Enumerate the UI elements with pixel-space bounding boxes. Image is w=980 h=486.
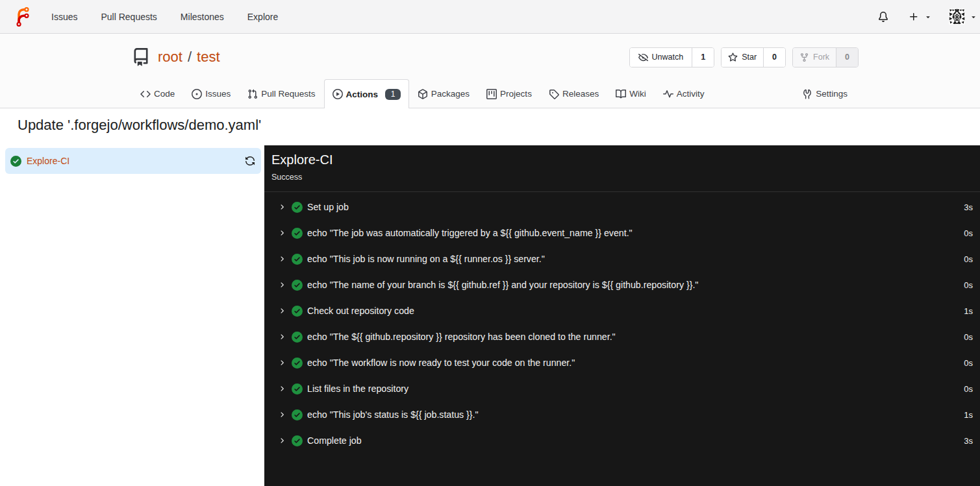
step-name: echo "The name of your branch is ${{ git… — [307, 280, 698, 290]
repo-header: root / test Unwatch 1 Star 0 — [124, 43, 856, 71]
job-log-header: Explore-CI Success — [264, 145, 980, 192]
unwatch-button[interactable]: Unwatch — [630, 48, 692, 67]
fork-icon — [799, 53, 809, 62]
tab-packages[interactable]: Packages — [409, 79, 478, 108]
repo-title: root / test — [158, 49, 220, 66]
run-body: Explore-CI Explore-CI Success Set up job… — [0, 145, 980, 486]
create-new-button[interactable] — [899, 6, 941, 27]
nav-milestones[interactable]: Milestones — [169, 6, 236, 27]
step-name: echo "The workflow is now ready to test … — [307, 358, 575, 368]
tab-issues-label: Issues — [205, 89, 231, 99]
run-title: Update '.forgejo/workflows/demo.yaml' — [0, 108, 980, 134]
notifications-button[interactable] — [869, 6, 898, 27]
step-duration: 0s — [964, 358, 973, 368]
book-icon — [616, 89, 627, 99]
repo-icon — [132, 48, 150, 66]
job-step-row[interactable]: echo "The ${{ github.repository }} repos… — [264, 324, 980, 350]
fork-button[interactable]: Fork — [793, 48, 836, 67]
repo-header-wrapper: root / test Unwatch 1 Star 0 — [0, 34, 980, 108]
tab-projects[interactable]: Projects — [478, 79, 540, 108]
tab-releases-label: Releases — [562, 89, 599, 99]
forgejo-logo[interactable] — [13, 7, 32, 27]
pulse-icon — [663, 89, 674, 99]
rerun-icon[interactable] — [245, 156, 255, 166]
chevron-right-icon — [278, 281, 286, 289]
nav-explore[interactable]: Explore — [236, 6, 290, 27]
forks-count[interactable]: 0 — [836, 48, 858, 67]
chevron-right-icon — [278, 437, 286, 444]
step-name: List files in the repository — [307, 383, 408, 394]
tab-code-label: Code — [154, 89, 175, 99]
step-success-icon — [292, 409, 303, 420]
step-duration: 0s — [964, 280, 973, 290]
job-steps-list: Set up job 3s echo "The job was automati… — [264, 192, 980, 454]
actions-run-page: Update '.forgejo/workflows/demo.yaml' Ex… — [0, 108, 980, 486]
tab-wiki-label: Wiki — [629, 89, 646, 99]
repo-name-link[interactable]: test — [197, 49, 220, 66]
chevron-right-icon — [278, 359, 286, 367]
tab-code[interactable]: Code — [132, 79, 183, 108]
step-success-icon — [292, 254, 303, 265]
tab-pull-requests[interactable]: Pull Requests — [239, 79, 323, 108]
nav-issues[interactable]: Issues — [40, 6, 89, 27]
step-success-icon — [292, 280, 303, 291]
step-success-icon — [292, 358, 303, 369]
step-success-icon — [292, 202, 303, 213]
fork-label: Fork — [813, 53, 829, 62]
job-status-text: Success — [271, 172, 970, 182]
job-step-row[interactable]: echo "This job is now running on a ${{ r… — [264, 246, 980, 272]
tab-releases[interactable]: Releases — [540, 79, 607, 108]
step-duration: 0s — [964, 228, 973, 238]
play-icon — [333, 89, 344, 99]
stars-count[interactable]: 0 — [763, 48, 785, 67]
job-step-row[interactable]: List files in the repository 0s — [264, 376, 980, 402]
job-item-explore-ci[interactable]: Explore-CI — [5, 148, 261, 174]
job-step-row[interactable]: Complete job 3s — [264, 428, 980, 454]
step-name: Complete job — [307, 435, 362, 446]
check-circle-icon — [10, 156, 21, 167]
tab-actions-label: Actions — [346, 90, 379, 99]
job-log-panel: Explore-CI Success Set up job 3s echo "T… — [264, 145, 980, 486]
step-duration: 1s — [964, 410, 973, 420]
step-duration: 1s — [964, 306, 973, 316]
step-success-icon — [292, 306, 303, 317]
watch-button-group: Unwatch 1 — [629, 47, 715, 67]
tab-activity-label: Activity — [677, 89, 705, 99]
fork-button-group: Fork 0 — [792, 47, 859, 67]
tab-actions[interactable]: Actions 1 — [324, 79, 409, 108]
nav-pull-requests[interactable]: Pull Requests — [89, 6, 168, 27]
step-duration: 0s — [964, 332, 973, 342]
star-label: Star — [742, 53, 757, 62]
jobs-sidebar: Explore-CI — [0, 145, 264, 486]
step-success-icon — [292, 435, 303, 446]
step-name: echo "The job was automatically triggere… — [307, 228, 633, 238]
star-button[interactable]: Star — [722, 48, 763, 67]
code-icon — [140, 89, 151, 99]
watchers-count[interactable]: 1 — [692, 48, 714, 67]
job-step-row[interactable]: echo "The job was automatically triggere… — [264, 220, 980, 246]
package-icon — [418, 89, 429, 99]
job-step-row[interactable]: Check out repository code 1s — [264, 298, 980, 324]
tab-issues[interactable]: Issues — [183, 79, 239, 108]
tools-icon — [802, 89, 813, 99]
job-step-row[interactable]: echo "The workflow is now ready to test … — [264, 350, 980, 376]
tab-activity[interactable]: Activity — [655, 79, 713, 108]
step-name: echo "This job is now running on a ${{ r… — [307, 254, 545, 264]
tab-settings[interactable]: Settings — [794, 79, 856, 108]
job-step-row[interactable]: Set up job 3s — [264, 194, 980, 220]
user-menu-button[interactable] — [941, 3, 980, 30]
tab-wiki[interactable]: Wiki — [607, 79, 655, 108]
repo-owner-link[interactable]: root — [158, 49, 182, 66]
repo-title-separator: / — [188, 49, 192, 66]
job-step-row[interactable]: echo "This job's status is ${{ job.statu… — [264, 402, 980, 428]
git-pull-request-icon — [247, 89, 258, 99]
plus-icon — [909, 12, 919, 22]
step-success-icon — [292, 332, 303, 343]
chevron-right-icon — [278, 333, 286, 341]
repo-action-buttons: Unwatch 1 Star 0 Fork 0 — [629, 47, 859, 67]
chevron-right-icon — [278, 411, 286, 419]
job-step-row[interactable]: echo "The name of your branch is ${{ git… — [264, 272, 980, 298]
top-navbar: Issues Pull Requests Milestones Explore — [0, 0, 980, 34]
star-button-group: Star 0 — [721, 47, 786, 67]
step-success-icon — [292, 383, 303, 395]
